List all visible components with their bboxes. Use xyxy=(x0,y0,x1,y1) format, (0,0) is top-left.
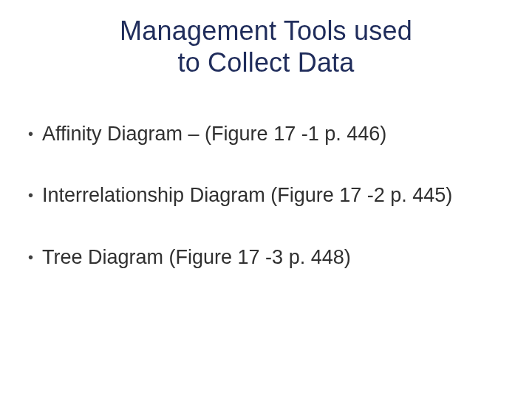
bullet-icon: • xyxy=(28,121,33,146)
list-item: • Affinity Diagram – (Figure 17 -1 p. 44… xyxy=(28,121,517,147)
list-item-text: Interrelationship Diagram (Figure 17 -2 … xyxy=(42,183,517,208)
title-line-2: to Collect Data xyxy=(177,47,354,78)
list-item: • Interrelationship Diagram (Figure 17 -… xyxy=(28,183,517,208)
bullet-icon: • xyxy=(28,183,33,208)
title-line-1: Management Tools used xyxy=(120,16,412,46)
slide-title: Management Tools used to Collect Data xyxy=(0,15,532,78)
bullet-icon: • xyxy=(28,245,33,270)
slide-content: • Affinity Diagram – (Figure 17 -1 p. 44… xyxy=(0,121,532,270)
list-item: • Tree Diagram (Figure 17 -3 p. 448) xyxy=(28,245,517,270)
list-item-text: Tree Diagram (Figure 17 -3 p. 448) xyxy=(42,245,517,270)
list-item-text: Affinity Diagram – (Figure 17 -1 p. 446) xyxy=(42,121,517,147)
